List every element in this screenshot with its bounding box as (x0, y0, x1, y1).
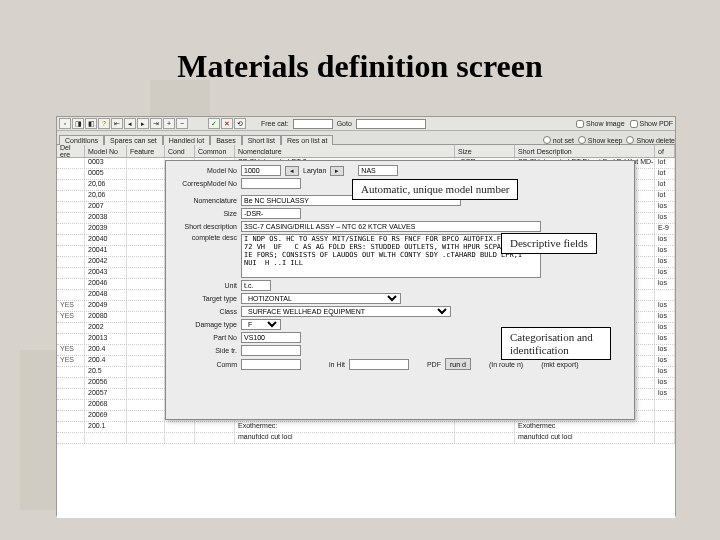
tabs-row: Conditions Spares can set Handled lot Ba… (57, 131, 675, 145)
table-row[interactable]: manufdcd cut loci manufdcd cut loci (57, 433, 675, 444)
hdr-del[interactable]: Del ere (57, 145, 85, 157)
grid-header: Del ere Model No Feature Cond Common Nom… (57, 145, 675, 158)
sidetr-input[interactable] (241, 345, 301, 356)
hdr-comm[interactable]: Common (195, 145, 235, 157)
tool-btn-last[interactable]: ⇥ (150, 118, 162, 129)
nomen-label: Nomenclature (172, 197, 237, 204)
note1: (In route n) (489, 361, 523, 368)
hdr-model[interactable]: Model No (85, 145, 127, 157)
corresp-label: CorrespModel No (172, 180, 237, 187)
innit-label: in Hit (329, 361, 345, 368)
pdf-label: PDF (427, 361, 441, 368)
partno-input[interactable] (241, 332, 301, 343)
damagetype-label: Damage type (172, 321, 237, 328)
nas-input[interactable] (358, 165, 398, 176)
tab-bases[interactable]: Bases (210, 135, 241, 145)
larytan-next[interactable]: ▸ (330, 166, 344, 176)
tool-btn-x[interactable]: ✕ (221, 118, 233, 129)
pdf-run-button[interactable]: run d (445, 358, 471, 370)
damagetype-select[interactable]: F (241, 319, 281, 330)
size-label: Size (172, 210, 237, 217)
page-title: Materials definition screen (0, 48, 720, 85)
table-row[interactable]: 200.1Exothermec:Exothermec (57, 422, 675, 433)
targettype-label: Target type (172, 295, 237, 302)
targettype-select[interactable]: HOTIZONTAL (241, 293, 401, 304)
note2: (mkt export) (541, 361, 578, 368)
tool-btn-3[interactable]: ◧ (85, 118, 97, 129)
freecat-input[interactable] (293, 119, 333, 129)
freecat-label: Free cat: (261, 120, 289, 127)
tool-btn-first[interactable]: ⇤ (111, 118, 123, 129)
tab-spares[interactable]: Spares can set (104, 135, 163, 145)
partno-label: Part No (172, 334, 237, 341)
comm-label: Comm (172, 361, 237, 368)
tab-shortlist[interactable]: Short list (242, 135, 281, 145)
showimage-check[interactable]: Show image (576, 120, 625, 128)
tool-btn-1[interactable]: ▫ (59, 118, 71, 129)
shortdesc-input[interactable] (241, 221, 541, 232)
tool-btn-plus[interactable]: + (163, 118, 175, 129)
tool-btn-2[interactable]: ◨ (72, 118, 84, 129)
tool-btn-next[interactable]: ▸ (137, 118, 149, 129)
goto-label: Goto (337, 120, 352, 127)
tool-btn-prev[interactable]: ◂ (124, 118, 136, 129)
tool-btn-help[interactable]: ? (98, 118, 110, 129)
callout-descriptive: Descriptive fields (501, 233, 597, 254)
goto-input[interactable] (356, 119, 426, 129)
hdr-cond[interactable]: Cond (165, 145, 195, 157)
tab-conditions[interactable]: Conditions (59, 135, 104, 145)
opt-notset[interactable]: not set (543, 136, 574, 144)
hdr-feat[interactable]: Feature (127, 145, 165, 157)
size-input[interactable] (241, 208, 301, 219)
toolbar: ▫ ◨ ◧ ? ⇤ ◂ ▸ ⇥ + − ✓ ✕ ⟲ Free cat: Goto… (57, 117, 675, 131)
hdr-sc[interactable]: of (655, 145, 675, 157)
tool-btn-minus[interactable]: − (176, 118, 188, 129)
fulldesc-input[interactable]: I NDP OS. HC TO ASSY MIT/SINGLE FO RS FN… (241, 234, 541, 278)
innit-input[interactable] (349, 359, 409, 370)
modelno-label: Model No (172, 167, 237, 174)
tab-handled[interactable]: Handled lot (163, 135, 210, 145)
hdr-size[interactable]: Size (455, 145, 515, 157)
larytan-prev[interactable]: ◂ (285, 166, 299, 176)
class-select[interactable]: SURFACE WELLHEAD EQUIPMENT (241, 306, 451, 317)
app-window: ▫ ◨ ◧ ? ⇤ ◂ ▸ ⇥ + − ✓ ✕ ⟲ Free cat: Goto… (56, 116, 676, 516)
callout-modelnumber: Automatic, unique model number (352, 179, 518, 200)
comm-input[interactable] (241, 359, 301, 370)
class-label: Class (172, 308, 237, 315)
shortdesc-label: Short description (172, 223, 237, 230)
showpdf-check[interactable]: Show PDF (630, 120, 673, 128)
larytan-label: Larytan (303, 167, 326, 174)
fulldesc-label: complete desc (172, 234, 237, 241)
tool-btn-check[interactable]: ✓ (208, 118, 220, 129)
opt-showkeep[interactable]: Show keep (578, 136, 623, 144)
modelno-input[interactable] (241, 165, 281, 176)
hdr-nomen[interactable]: Nomenclature (235, 145, 455, 157)
tab-resonlist[interactable]: Res on list at (281, 135, 333, 145)
sidetr-label: Side tr. (172, 347, 237, 354)
hdr-short[interactable]: Short Description (515, 145, 655, 157)
unit-label: Unit (172, 282, 237, 289)
corresp-input[interactable] (241, 178, 301, 189)
tool-btn-undo[interactable]: ⟲ (234, 118, 246, 129)
unit-input[interactable] (241, 280, 271, 291)
opt-showdelete[interactable]: Show delete (626, 136, 675, 144)
callout-categorisation: Categorisation and identification (501, 327, 611, 360)
